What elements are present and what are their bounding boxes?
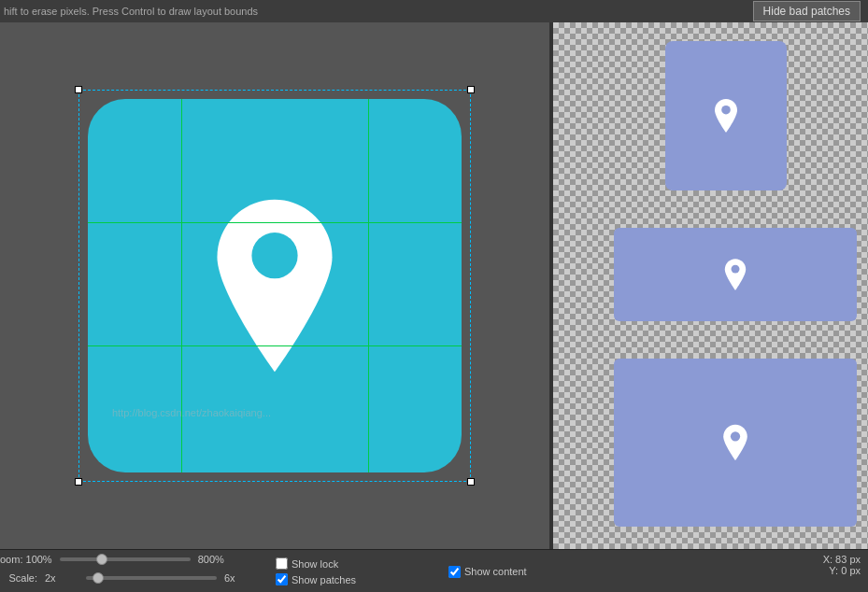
- scale-slider-thumb[interactable]: [92, 572, 104, 584]
- preview-panel: [553, 22, 868, 549]
- show-patches-label[interactable]: Show patches: [292, 574, 356, 585]
- show-content-checkbox[interactable]: [448, 566, 461, 578]
- show-lock-label[interactable]: Show lock: [292, 558, 338, 570]
- grid-line-v1: [181, 99, 182, 472]
- scale-label: Scale:: [0, 572, 37, 584]
- corner-handle-tr[interactable]: [467, 86, 475, 93]
- preview-small-pin-icon: [712, 96, 740, 135]
- show-content-area: Show content: [448, 550, 527, 592]
- coordinates-display: X: 83 px Y: 0 px: [823, 554, 861, 576]
- show-content-group: Show content: [448, 566, 527, 578]
- location-pin-icon: [200, 192, 349, 379]
- show-lock-checkbox[interactable]: [276, 557, 288, 570]
- grid-line-v2: [368, 99, 369, 472]
- zoom-slider-track[interactable]: [60, 557, 191, 561]
- preview-medium: [614, 228, 857, 321]
- scale-slider-track[interactable]: [86, 576, 217, 580]
- preview-large: [614, 359, 857, 527]
- svg-point-1: [721, 106, 731, 115]
- svg-point-3: [731, 431, 740, 441]
- scale-row: Scale: 2x 6x: [0, 572, 271, 584]
- preview-medium-pin-icon: [722, 257, 748, 292]
- zoom-row: oom: 100% 800%: [0, 554, 271, 565]
- coord-y: Y: 0 px: [823, 565, 861, 576]
- checkboxes-area: Show lock Show patches: [276, 550, 356, 592]
- top-toolbar: hift to erase pixels. Press Control to d…: [0, 0, 868, 22]
- canvas-area: http://blog.csdn.net/zhaokaiqiang...: [0, 22, 549, 549]
- svg-point-0: [251, 233, 297, 278]
- scale-max-value: 6x: [224, 572, 258, 584]
- corner-handle-tl[interactable]: [75, 86, 82, 93]
- zoom-slider-thumb[interactable]: [96, 554, 107, 565]
- show-lock-group: Show lock: [276, 557, 356, 570]
- bottom-bar: oom: 100% 800% Scale: 2x 6x Show lock Sh…: [0, 549, 868, 592]
- hint-text: hift to erase pixels. Press Control to d…: [0, 6, 753, 17]
- preview-small: [665, 41, 787, 190]
- icon-image: [88, 99, 462, 472]
- corner-handle-bl[interactable]: [75, 478, 82, 486]
- hide-bad-patches-button[interactable]: Hide bad patches: [753, 1, 861, 21]
- preview-checker-bg: [553, 22, 868, 549]
- svg-point-2: [732, 265, 740, 274]
- grid-line-h2: [88, 345, 462, 346]
- zoom-label: oom: 100%: [0, 554, 52, 565]
- zoom-max-value: 800%: [198, 554, 232, 565]
- coord-x: X: 83 px: [823, 554, 861, 565]
- corner-handle-br[interactable]: [467, 478, 475, 486]
- grid-line-h1: [88, 222, 462, 223]
- scale-min-value: 2x: [45, 572, 78, 584]
- preview-large-pin-icon: [720, 422, 750, 463]
- show-patches-checkbox[interactable]: [276, 573, 288, 585]
- main-image-container[interactable]: [78, 90, 471, 482]
- show-patches-group: Show patches: [276, 573, 356, 585]
- show-content-label[interactable]: Show content: [464, 566, 527, 577]
